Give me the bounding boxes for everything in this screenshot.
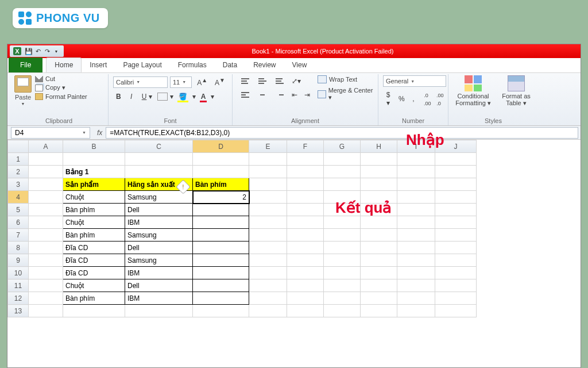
align-right-button[interactable]	[272, 89, 288, 101]
cell-A11[interactable]	[29, 279, 63, 292]
tab-insert[interactable]: Insert	[82, 57, 115, 72]
cell-I10[interactable]	[397, 267, 435, 279]
cell-G3[interactable]	[324, 178, 361, 191]
cell-I3[interactable]	[397, 178, 435, 191]
cell-A7[interactable]	[29, 229, 63, 241]
cell-E6[interactable]	[249, 216, 287, 229]
cell-J13[interactable]	[435, 305, 477, 317]
cell-A6[interactable]	[29, 216, 63, 229]
format-as-table-button[interactable]: Format as Table ▾	[499, 75, 533, 107]
comma-button[interactable]: ,	[408, 93, 419, 105]
cell-G2[interactable]	[324, 166, 361, 178]
increase-decimal-button[interactable]: .0.00	[421, 89, 431, 109]
cell-J3[interactable]	[435, 178, 477, 191]
cell-D3[interactable]: Bàn phím	[193, 178, 249, 191]
align-center-button[interactable]	[254, 89, 270, 101]
cell-A13[interactable]	[29, 305, 63, 317]
cell-C11[interactable]: Dell	[125, 279, 193, 292]
cell-E9[interactable]	[249, 254, 287, 267]
col-header-A[interactable]: A	[29, 140, 63, 153]
decrease-decimal-button[interactable]: .00.0	[434, 89, 444, 109]
decrease-indent-button[interactable]: ⇤	[289, 89, 300, 101]
cell-D7[interactable]	[193, 229, 249, 241]
cell-G11[interactable]	[324, 279, 361, 292]
cell-B1[interactable]	[63, 153, 125, 166]
cell-I11[interactable]	[397, 279, 435, 292]
tab-view[interactable]: View	[284, 57, 315, 72]
percent-button[interactable]: %	[396, 93, 406, 105]
cell-H12[interactable]	[361, 292, 397, 305]
cell-I8[interactable]	[397, 241, 435, 254]
cell-B12[interactable]: Bàn phím	[63, 292, 125, 305]
cell-D8[interactable]	[193, 241, 249, 254]
cell-I9[interactable]	[397, 254, 435, 267]
cell-F8[interactable]	[287, 241, 324, 254]
cell-E13[interactable]	[249, 305, 287, 317]
increase-indent-button[interactable]: ⇥	[301, 89, 313, 101]
cell-J11[interactable]	[435, 279, 477, 292]
cell-A5[interactable]	[29, 204, 63, 216]
cell-J5[interactable]	[435, 204, 477, 216]
save-icon[interactable]: 💾	[25, 47, 33, 55]
cell-H3[interactable]	[361, 178, 397, 191]
row-header-8[interactable]: 8	[8, 241, 29, 254]
grow-font-button[interactable]: A▲	[194, 75, 210, 89]
cell-G13[interactable]	[324, 305, 361, 317]
cell-J7[interactable]	[435, 229, 477, 241]
underline-button[interactable]: U ▾	[139, 91, 155, 102]
cell-E3[interactable]	[249, 178, 287, 191]
cell-E1[interactable]	[249, 153, 287, 166]
cell-B3[interactable]: Sản phẩm	[63, 178, 125, 191]
conditional-formatting-button[interactable]: Conditional Formatting ▾	[453, 75, 493, 107]
col-header-E[interactable]: E	[249, 140, 287, 153]
spreadsheet-grid[interactable]: ABCDEFGHIJ12Bảng 13Sản phẩmHãng sản xuất…	[7, 140, 581, 317]
merge-center-button[interactable]: Merge & Center ▾	[318, 87, 373, 101]
currency-button[interactable]: $ ▾	[383, 89, 393, 109]
number-format-select[interactable]: General▼	[383, 75, 446, 87]
name-box[interactable]: D4 ▼	[11, 127, 90, 139]
row-header-1[interactable]: 1	[8, 153, 29, 166]
cell-A1[interactable]	[29, 153, 63, 166]
tab-formulas[interactable]: Formulas	[170, 57, 215, 72]
cell-B6[interactable]: Chuột	[63, 216, 125, 229]
cell-B11[interactable]: Chuột	[63, 279, 125, 292]
cell-G8[interactable]	[324, 241, 361, 254]
cell-B4[interactable]: Chuột	[63, 191, 125, 204]
redo-icon[interactable]: ↷	[43, 47, 51, 55]
cell-I4[interactable]	[397, 191, 435, 204]
cell-J6[interactable]	[435, 216, 477, 229]
border-button[interactable]	[157, 93, 168, 101]
row-header-5[interactable]: 5	[8, 204, 29, 216]
orientation-button[interactable]: ⤢▾	[289, 75, 304, 87]
cell-B10[interactable]: Đĩa CD	[63, 267, 125, 279]
cell-E11[interactable]	[249, 279, 287, 292]
col-header-C[interactable]: C	[125, 140, 193, 153]
cell-F11[interactable]	[287, 279, 324, 292]
cell-G12[interactable]	[324, 292, 361, 305]
cell-I13[interactable]	[397, 305, 435, 317]
cell-H9[interactable]	[361, 254, 397, 267]
cell-I6[interactable]	[397, 216, 435, 229]
cell-D2[interactable]	[193, 166, 249, 178]
cell-E8[interactable]	[249, 241, 287, 254]
cell-A12[interactable]	[29, 292, 63, 305]
row-header-10[interactable]: 10	[8, 267, 29, 279]
font-name-select[interactable]: Calibri▼	[113, 76, 168, 88]
fill-color-button[interactable]: 🪣	[176, 91, 190, 102]
cell-E10[interactable]	[249, 267, 287, 279]
wrap-text-button[interactable]: Wrap Text	[318, 75, 373, 83]
cell-H13[interactable]	[361, 305, 397, 317]
tab-page-layout[interactable]: Page Layout	[115, 57, 169, 72]
row-header-7[interactable]: 7	[8, 229, 29, 241]
tab-data[interactable]: Data	[215, 57, 245, 72]
cell-A9[interactable]	[29, 254, 63, 267]
file-tab[interactable]: File	[9, 57, 42, 72]
cell-J4[interactable]	[435, 191, 477, 204]
row-header-11[interactable]: 11	[8, 279, 29, 292]
row-header-9[interactable]: 9	[8, 254, 29, 267]
cell-D4[interactable]: 2	[193, 191, 249, 204]
cell-D11[interactable]	[193, 279, 249, 292]
cell-F7[interactable]	[287, 229, 324, 241]
quick-access-toolbar[interactable]: X 💾 ↶ ↷ ▼	[10, 45, 64, 57]
cell-G6[interactable]	[324, 216, 361, 229]
